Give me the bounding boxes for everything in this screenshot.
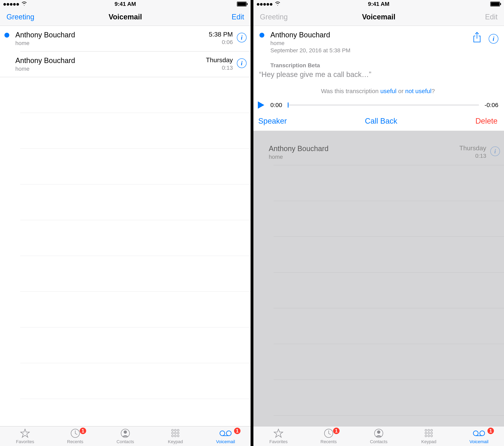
- transcription-beta-label: Transcription Beta: [270, 62, 498, 69]
- expanded-phone-label: home: [270, 40, 472, 46]
- audio-player: 0:00 -0:06: [257, 101, 498, 109]
- info-button[interactable]: i: [489, 34, 498, 44]
- voicemail-list[interactable]: Anthony Bouchard home 5:38 PM 0:06 i Ant…: [0, 26, 251, 426]
- svg-point-30: [428, 435, 430, 437]
- feedback-or: or: [396, 88, 405, 94]
- delete-button[interactable]: Delete: [475, 117, 498, 125]
- nav-title: Voicemail: [108, 13, 142, 21]
- svg-rect-2: [247, 3, 248, 5]
- voicemail-row-dimmed[interactable]: Anthony Bouchard home Thursday 0:13 i: [253, 140, 504, 165]
- tab-label: Favorites: [16, 439, 34, 444]
- tab-contacts[interactable]: Contacts: [100, 427, 150, 446]
- status-time: 9:41 AM: [115, 1, 136, 7]
- tab-voicemail[interactable]: 1 Voicemail: [200, 427, 251, 446]
- svg-point-12: [172, 435, 174, 437]
- expanded-caller-name: Anthony Bouchard: [270, 31, 472, 39]
- info-button[interactable]: i: [237, 33, 247, 42]
- tab-voicemail[interactable]: 1 Voicemail: [454, 427, 504, 446]
- svg-point-8: [177, 429, 179, 431]
- tab-label: Keypad: [421, 439, 436, 444]
- feedback-not-useful-link[interactable]: not useful: [405, 88, 431, 94]
- contact-icon: [121, 428, 130, 438]
- voicemail-time: Thursday: [459, 144, 486, 152]
- tab-label: Favorites: [269, 439, 288, 444]
- tab-favorites[interactable]: Favorites: [0, 427, 50, 446]
- info-button[interactable]: i: [237, 58, 247, 68]
- tab-bar: Favorites 1 Recents Contacts Keypad: [0, 426, 251, 446]
- feedback-prefix: Was this transcription: [321, 88, 380, 94]
- tab-label: Recents: [320, 439, 337, 444]
- signal-dots-icon: ●●●●●: [256, 0, 272, 7]
- voicemail-duration: 0:13: [459, 153, 486, 159]
- tab-label: Voicemail: [216, 439, 235, 444]
- row-separator: [274, 201, 504, 201]
- feedback-suffix: ?: [431, 88, 435, 94]
- empty-row: [20, 184, 251, 220]
- svg-point-14: [177, 435, 179, 437]
- recents-badge: 1: [333, 427, 340, 434]
- screen-voicemail-expanded: ●●●●● 9:41 AM Greeting Voicemail Edit An…: [253, 0, 504, 446]
- tab-recents[interactable]: 1 Recents: [50, 427, 100, 446]
- greeting-button[interactable]: Greeting: [6, 13, 59, 21]
- wifi-icon: [21, 1, 27, 7]
- remaining-time: -0:06: [485, 102, 498, 108]
- empty-row: [20, 363, 251, 399]
- voicemail-row[interactable]: Anthony Bouchard home Thursday 0:13 i: [0, 52, 251, 77]
- voicemail-content: Anthony Bouchard home September 20, 2016…: [253, 26, 504, 426]
- svg-point-25: [431, 429, 432, 431]
- tab-keypad[interactable]: Keypad: [150, 427, 200, 446]
- svg-point-16: [226, 431, 231, 436]
- svg-point-26: [425, 432, 427, 434]
- call-back-button[interactable]: Call Back: [365, 117, 397, 125]
- empty-row: [20, 292, 251, 328]
- unread-dot-icon: [4, 33, 9, 38]
- play-button[interactable]: [257, 101, 265, 109]
- edit-button[interactable]: Edit: [192, 13, 244, 21]
- clock-icon: [324, 428, 333, 438]
- status-bar: ●●●●● 9:41 AM: [0, 0, 251, 8]
- share-button[interactable]: [472, 32, 481, 43]
- tab-favorites[interactable]: Favorites: [253, 427, 304, 446]
- contact-icon: [374, 428, 383, 438]
- voicemail-caller-name: Anthony Bouchard: [15, 31, 209, 39]
- star-icon: [274, 428, 283, 438]
- svg-point-27: [428, 432, 430, 434]
- battery-icon: [490, 2, 501, 6]
- scrubber-thumb[interactable]: [288, 102, 288, 108]
- nav-bar: Greeting Voicemail Edit: [253, 8, 504, 26]
- svg-point-29: [425, 435, 427, 437]
- svg-point-22: [377, 430, 380, 434]
- tab-label: Keypad: [168, 439, 183, 444]
- speaker-button[interactable]: Speaker: [258, 117, 287, 125]
- tab-label: Contacts: [370, 439, 388, 444]
- nav-bar: Greeting Voicemail Edit: [0, 8, 251, 26]
- battery-icon: [237, 2, 248, 6]
- tab-contacts[interactable]: Contacts: [354, 427, 404, 446]
- svg-rect-1: [237, 2, 246, 6]
- info-button[interactable]: i: [490, 146, 500, 156]
- clock-icon: [71, 428, 80, 438]
- svg-point-6: [172, 429, 174, 431]
- screen-voicemail-list: ●●●●● 9:41 AM Greeting Voicemail Edit An…: [0, 0, 251, 446]
- empty-row: [20, 113, 251, 149]
- voicemail-expanded-card: Anthony Bouchard home September 20, 2016…: [253, 26, 504, 131]
- tab-keypad[interactable]: Keypad: [404, 427, 454, 446]
- voicemail-duration: 0:13: [206, 65, 233, 71]
- voicemail-badge: 1: [234, 427, 241, 434]
- status-time: 9:41 AM: [368, 1, 389, 7]
- voicemail-caller-name: Anthony Bouchard: [15, 56, 206, 65]
- voicemail-row[interactable]: Anthony Bouchard home 5:38 PM 0:06 i: [0, 26, 251, 51]
- transcription-text: “Hey please give me a call back…”: [259, 70, 498, 79]
- feedback-useful-link[interactable]: useful: [380, 88, 396, 94]
- voicemail-icon: [473, 428, 485, 438]
- svg-point-10: [175, 432, 176, 434]
- voicemail-phone-label: home: [269, 154, 459, 160]
- keypad-icon: [424, 428, 433, 438]
- star-icon: [20, 428, 30, 438]
- scrubber[interactable]: [288, 104, 479, 106]
- elapsed-time: 0:00: [270, 102, 282, 108]
- tab-recents[interactable]: 1 Recents: [304, 427, 354, 446]
- tab-label: Voicemail: [469, 439, 488, 444]
- svg-point-11: [177, 432, 179, 434]
- svg-point-7: [175, 429, 176, 431]
